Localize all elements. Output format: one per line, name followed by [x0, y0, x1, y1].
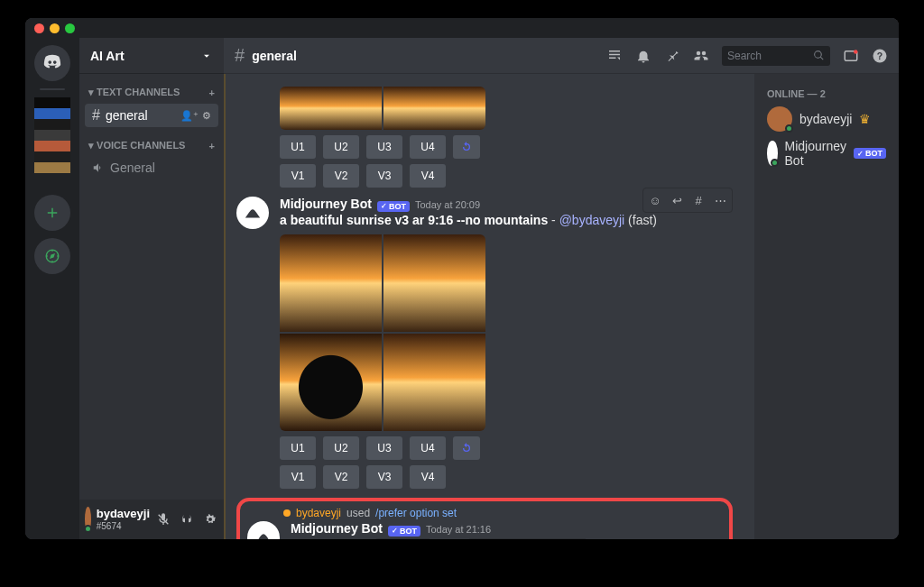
upscale-button[interactable]: U3	[366, 436, 402, 460]
pin-icon[interactable]	[664, 48, 680, 64]
online-heading: ONLINE — 2	[762, 85, 892, 103]
maximize-window-button[interactable]	[65, 23, 75, 33]
variation-button[interactable]: V4	[410, 164, 446, 188]
server-name: AI Art	[90, 49, 125, 63]
bot-badge: BOT	[388, 526, 420, 537]
member-name: Midjourney Bot	[785, 139, 846, 168]
members-icon[interactable]	[693, 48, 709, 64]
speaker-icon	[92, 161, 105, 174]
create-thread-icon[interactable]: #	[688, 190, 708, 210]
server-header[interactable]: AI Art	[79, 38, 224, 74]
member-item[interactable]: bydaveyji ♛	[762, 103, 892, 135]
hash-icon: #	[235, 45, 245, 66]
bell-icon[interactable]	[635, 48, 651, 64]
hash-icon: #	[92, 107, 100, 124]
search-icon	[813, 50, 825, 61]
upscale-button[interactable]: U2	[323, 436, 359, 460]
member-avatar	[767, 141, 778, 166]
message-timestamp: Today at 21:16	[426, 524, 491, 535]
channel-header: # general Search	[224, 38, 899, 74]
add-voice-channel-icon[interactable]: +	[209, 141, 215, 151]
variation-button[interactable]: V2	[323, 465, 359, 489]
search-input[interactable]: Search	[722, 46, 830, 66]
help-icon[interactable]: ?	[872, 48, 888, 64]
text-channels-category[interactable]: ▾ Text Channels +	[85, 81, 218, 104]
explore-servers-button[interactable]	[34, 238, 70, 274]
user-mention[interactable]: @bydaveyji	[559, 213, 625, 227]
deafen-icon[interactable]	[179, 511, 195, 527]
crown-icon: ♛	[859, 112, 871, 126]
variation-button[interactable]: V3	[366, 465, 402, 489]
voice-channels-category[interactable]: ▾ Voice Channels +	[85, 134, 218, 157]
guild-separator	[40, 88, 65, 90]
reply-user[interactable]: bydaveyji	[296, 507, 341, 519]
reroll-button[interactable]	[453, 436, 480, 460]
close-window-button[interactable]	[34, 23, 44, 33]
bot-badge: BOT	[854, 148, 886, 159]
guild-list	[25, 38, 79, 539]
channel-general[interactable]: # general 👤⁺ ⚙	[85, 104, 218, 127]
server-icon[interactable]	[34, 97, 70, 173]
inbox-icon[interactable]	[843, 48, 859, 64]
generated-image-grid[interactable]	[280, 234, 485, 431]
generated-image-grid[interactable]	[280, 87, 485, 130]
username: bydaveyji	[97, 508, 150, 520]
reroll-button[interactable]	[453, 135, 480, 159]
upscale-button[interactable]: U4	[410, 436, 446, 460]
message-content: a beautiful sunrise v3 ar 9:16 --no moun…	[280, 212, 740, 230]
member-item[interactable]: Midjourney Bot BOT	[762, 135, 892, 171]
channel-name: general	[106, 108, 148, 123]
slash-command[interactable]: /prefer option set	[375, 507, 457, 519]
highlighted-ephemeral-message: bydaveyji used /prefer option set Midjou…	[236, 498, 733, 539]
upscale-button[interactable]: U1	[280, 135, 316, 159]
message-actions: ☺ ↩ # ⋯	[642, 188, 733, 213]
channel-title: general	[252, 49, 297, 63]
home-button[interactable]	[34, 45, 70, 81]
minimize-window-button[interactable]	[50, 23, 60, 33]
window-titlebar	[25, 18, 899, 38]
svg-point-2	[854, 50, 858, 54]
create-invite-icon[interactable]: 👤⁺	[180, 110, 199, 122]
bot-avatar[interactable]	[236, 197, 269, 229]
message-content: Custom option hqimage set to ar 16:9 v5 …	[291, 537, 722, 539]
threads-icon[interactable]	[606, 48, 623, 64]
upscale-button[interactable]: U2	[323, 135, 359, 159]
voice-channel-name: General	[110, 161, 155, 175]
user-settings-icon[interactable]	[202, 511, 218, 527]
channel-settings-icon[interactable]: ⚙	[202, 110, 211, 122]
user-avatar[interactable]	[85, 507, 91, 532]
message: ☺ ↩ # ⋯ Midjourney Bot BOT T	[236, 197, 740, 489]
channel-sidebar: AI Art ▾ Text Channels + # general 👤⁺ ⚙	[79, 38, 224, 539]
upscale-button[interactable]: U4	[410, 135, 446, 159]
user-discriminator: #5674	[97, 521, 150, 531]
bot-badge: BOT	[377, 201, 410, 212]
message-list: U1 U2 U3 U4 V1 V2 V3 V4	[224, 74, 754, 539]
message-timestamp: Today at 20:09	[415, 199, 480, 210]
search-placeholder: Search	[727, 50, 762, 62]
chevron-down-icon	[200, 50, 213, 62]
reply-icon[interactable]: ↩	[667, 190, 687, 210]
variation-button[interactable]: V2	[323, 164, 359, 188]
add-server-button[interactable]	[34, 195, 70, 231]
command-reply-context: bydaveyji used /prefer option set	[283, 507, 722, 519]
message-author[interactable]: Midjourney Bot	[291, 521, 383, 536]
variation-button[interactable]: V4	[410, 465, 446, 489]
user-panel: bydaveyji #5674	[79, 500, 224, 539]
more-icon[interactable]: ⋯	[710, 190, 730, 210]
add-channel-icon[interactable]: +	[209, 87, 215, 98]
upscale-button[interactable]: U1	[280, 436, 316, 460]
variation-button[interactable]: V1	[280, 164, 316, 188]
bot-avatar[interactable]	[247, 521, 280, 539]
member-avatar	[767, 106, 792, 132]
member-list: ONLINE — 2 bydaveyji ♛ Midjourney Bot BO…	[754, 74, 899, 539]
add-reaction-icon[interactable]: ☺	[645, 190, 665, 210]
voice-channel-general[interactable]: General	[85, 157, 218, 179]
variation-button[interactable]: V3	[366, 164, 402, 188]
variation-button[interactable]: V1	[280, 465, 316, 489]
mute-icon[interactable]	[155, 511, 171, 527]
message-author[interactable]: Midjourney Bot	[280, 197, 372, 211]
member-name: bydaveyji	[799, 112, 852, 126]
svg-text:?: ?	[877, 50, 882, 60]
upscale-button[interactable]: U3	[366, 135, 402, 159]
